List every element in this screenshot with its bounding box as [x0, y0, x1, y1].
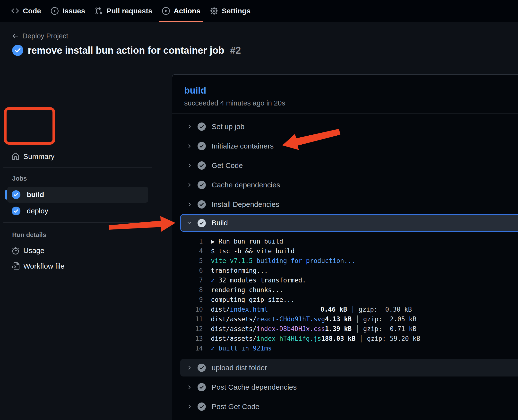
sidebar-divider	[3, 167, 152, 168]
chevron-right-icon	[186, 201, 192, 207]
tab-code-label: Code	[23, 7, 41, 15]
play-circle-icon	[162, 7, 170, 15]
chevron-right-icon	[186, 365, 192, 371]
step-install-dependencies[interactable]: Install Dependencies	[172, 195, 518, 214]
step-post-get-code[interactable]: Post Get Code	[172, 397, 518, 416]
actions-run-page: Code Issues Pull requests Actions	[0, 0, 518, 420]
success-check-icon	[12, 45, 23, 56]
issue-opened-icon	[51, 7, 59, 15]
stopwatch-icon	[12, 247, 19, 254]
sidebar-usage-label: Usage	[23, 246, 44, 255]
step-success-check-icon	[198, 122, 206, 131]
chevron-right-icon	[186, 404, 192, 410]
log-line: 9computing gzip size...	[192, 295, 414, 305]
build-log[interactable]: 1▶ Run bun run build 4$ tsc -b && vite b…	[192, 236, 414, 353]
repo-nav: Code Issues Pull requests Actions	[0, 0, 518, 22]
step-success-check-icon	[198, 219, 206, 227]
tab-pull-requests[interactable]: Pull requests	[90, 0, 157, 22]
step-label: upload dist folder	[212, 364, 267, 372]
sidebar-item-usage[interactable]: Usage	[12, 246, 44, 255]
log-line: 8rendering chunks...	[192, 285, 414, 295]
job-log-panel: build succeeded 4 minutes ago in 20s Set…	[172, 74, 518, 420]
chevron-right-icon	[186, 124, 192, 130]
step-label: Post Get Code	[212, 402, 259, 411]
log-line: 6transforming...	[192, 266, 414, 275]
tab-actions[interactable]: Actions	[157, 0, 205, 22]
step-success-check-icon	[198, 364, 206, 372]
chevron-right-icon	[186, 384, 192, 390]
step-success-check-icon	[198, 142, 206, 150]
chevron-right-icon	[186, 143, 192, 149]
run-sidebar: Summary Jobs build deploy Run details Us…	[0, 74, 172, 420]
step-label: Set up job	[212, 122, 244, 131]
log-line: 1▶ Run bun run build	[192, 236, 414, 246]
job-success-check-icon	[12, 207, 20, 215]
step-label: Get Code	[212, 161, 243, 170]
code-icon	[11, 7, 19, 15]
step-success-check-icon	[198, 402, 206, 411]
home-icon	[12, 153, 19, 160]
job-status-line: succeeded 4 minutes ago in 20s	[184, 99, 518, 107]
step-success-check-icon	[198, 181, 206, 189]
chevron-right-icon	[186, 163, 192, 168]
job-title[interactable]: build	[184, 85, 518, 96]
gear-icon	[210, 7, 218, 15]
run-title-row: remove install bun action for container …	[12, 45, 241, 56]
job-name: build	[27, 191, 44, 199]
tab-actions-label: Actions	[174, 7, 200, 15]
job-name: deploy	[27, 207, 48, 215]
step-initialize-containers[interactable]: Initialize containers	[172, 136, 518, 156]
run-title: remove install bun action for container …	[28, 45, 224, 56]
back-to-workflow-link[interactable]: Deploy Project	[12, 32, 68, 40]
step-label: Cache dependencies	[212, 181, 280, 189]
step-success-check-icon	[198, 161, 206, 170]
selected-job-accent-bar	[5, 190, 7, 200]
sidebar-workflow-file-label: Workflow file	[23, 262, 64, 270]
log-line: 11dist/assets/react-CHdo91hT.svg4.13 kB│…	[192, 314, 414, 324]
tab-settings[interactable]: Settings	[205, 0, 255, 22]
tab-issues[interactable]: Issues	[46, 0, 90, 22]
tab-settings-label: Settings	[222, 7, 250, 15]
step-post-cache-dependencies[interactable]: Post Cache dependencies	[172, 377, 518, 397]
sidebar-item-workflow-file[interactable]: Workflow file	[12, 262, 64, 270]
git-pull-request-icon	[95, 7, 103, 15]
log-line: 5vite v7.1.5 building for production...	[192, 256, 414, 266]
run-number: #2	[230, 45, 241, 56]
run-details-heading: Run details	[12, 231, 46, 239]
log-line: 14✓ built in 921ms	[192, 343, 414, 353]
tab-pull-requests-label: Pull requests	[106, 7, 152, 15]
step-set-up-job[interactable]: Set up job	[172, 117, 518, 136]
sidebar-summary-label: Summary	[23, 152, 54, 161]
jobs-heading: Jobs	[12, 175, 27, 182]
sidebar-job-build[interactable]: build	[7, 187, 148, 203]
arrow-left-icon	[12, 33, 19, 40]
log-line: 4$ tsc -b && vite build	[192, 246, 414, 256]
log-line: 12dist/assets/index-D8b4DHJx.css1.39 kB│…	[192, 324, 414, 334]
sidebar-divider	[3, 222, 152, 223]
step-cache-dependencies[interactable]: Cache dependencies	[172, 175, 518, 195]
sidebar-job-deploy[interactable]: deploy	[7, 203, 148, 219]
tab-code[interactable]: Code	[6, 0, 46, 22]
tab-issues-label: Issues	[62, 7, 85, 15]
log-line: 10dist/index.html0.46 kB│gzip: 0.30 kB	[192, 305, 414, 314]
step-get-code[interactable]: Get Code	[172, 156, 518, 175]
chevron-down-icon	[186, 220, 192, 226]
step-success-check-icon	[198, 200, 206, 209]
log-line: 13dist/assets/index-hT4HLifg.js188.03 kB…	[192, 334, 414, 343]
step-label: Initialize containers	[212, 142, 274, 150]
chevron-right-icon	[186, 182, 192, 188]
step-label: Post Cache dependencies	[212, 383, 297, 391]
sidebar-item-summary[interactable]: Summary	[12, 152, 54, 161]
step-success-check-icon	[198, 383, 206, 391]
job-panel-header: build succeeded 4 minutes ago in 20s	[172, 75, 518, 107]
step-label: Install Dependencies	[212, 200, 279, 209]
job-success-check-icon	[12, 190, 20, 199]
file-code-icon	[12, 262, 19, 270]
step-label: Build	[212, 219, 228, 227]
step-upload-dist-folder[interactable]: upload dist folder	[180, 359, 518, 376]
breadcrumb-label: Deploy Project	[22, 32, 68, 40]
log-line: 7✓ 32 modules transformed.	[192, 275, 414, 285]
step-build-expanded[interactable]: Build	[180, 214, 518, 232]
steps-list: Set up job Initialize containers Get Cod…	[172, 114, 518, 416]
